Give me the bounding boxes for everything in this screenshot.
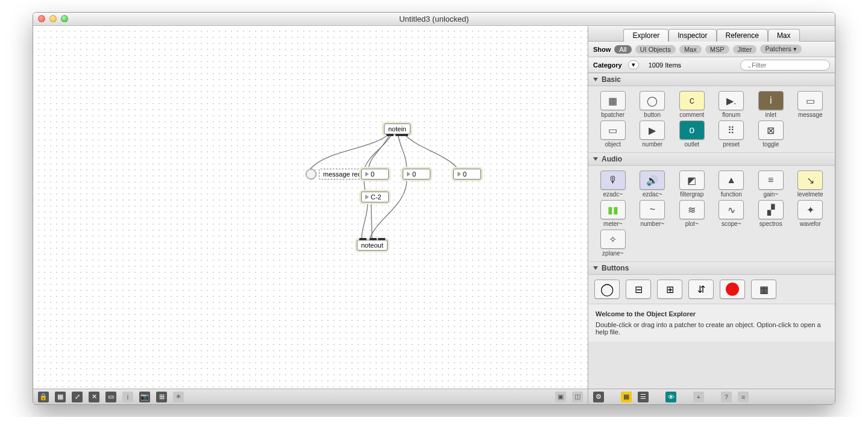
- palette-audio: 🎙ezadc~🔊ezdac~◩filtergrap▲function≡gain~…: [588, 166, 835, 261]
- help-icon[interactable]: ?: [721, 392, 732, 402]
- zoom-icon[interactable]: ⤢: [72, 392, 83, 402]
- tab-explorer[interactable]: Explorer: [623, 29, 668, 42]
- palette-label: spectros: [754, 220, 788, 227]
- palette-label: outlet: [675, 141, 709, 148]
- bang-button[interactable]: [306, 169, 316, 180]
- palette-item-flonum[interactable]: ▶.flonum: [713, 91, 750, 118]
- palette-item-wavefor[interactable]: ✦wavefor: [792, 200, 829, 227]
- button-item-led[interactable]: [720, 280, 745, 299]
- button-item-matrix[interactable]: ▦: [751, 280, 776, 299]
- section-audio[interactable]: Audio: [588, 152, 835, 166]
- gear-icon[interactable]: ⚙: [593, 392, 604, 402]
- palette-item-toggle[interactable]: ⊠toggle: [752, 120, 790, 148]
- menu-icon[interactable]: ≡: [738, 392, 749, 402]
- content-area: notein message received 0 0 0: [33, 26, 835, 404]
- section-buttons[interactable]: Buttons: [588, 261, 835, 275]
- number-box-1[interactable]: 0: [361, 169, 389, 180]
- tab-max[interactable]: Max: [768, 29, 800, 42]
- snapshot-icon[interactable]: 📷: [139, 392, 150, 402]
- section-title: Buttons: [602, 264, 629, 272]
- category-row: Category ▾ 1009 Items: [588, 57, 835, 73]
- minimize-window-button[interactable]: [49, 15, 57, 22]
- help-box: Welcome to the Object Explorer Double-cl…: [588, 304, 835, 342]
- palette-item-comment[interactable]: ccomment: [673, 91, 711, 118]
- new-object-icon[interactable]: ▦: [55, 392, 66, 402]
- grid-view-icon[interactable]: ▦: [621, 392, 632, 402]
- info-icon[interactable]: i: [122, 392, 133, 402]
- palette-item-button[interactable]: ◯button: [634, 91, 671, 118]
- palette-item-preset[interactable]: ⠿preset: [713, 120, 750, 148]
- light-icon[interactable]: ☀: [173, 392, 184, 402]
- palette-item-scopetilde[interactable]: ∿scope~: [713, 200, 750, 227]
- filter-msp[interactable]: MSP: [705, 45, 729, 54]
- note-value: C-2: [371, 193, 382, 201]
- presentation-icon[interactable]: ▭: [105, 392, 116, 402]
- palette-item-number[interactable]: ▶number: [634, 120, 671, 148]
- button-item-updown[interactable]: ⇵: [688, 280, 714, 299]
- filter-label: Show: [593, 46, 611, 53]
- list-view-icon[interactable]: ☰: [638, 392, 649, 402]
- palette-item-zplanetilde[interactable]: ✧zplane~: [594, 230, 632, 257]
- button-item-incdec2[interactable]: ⊞: [657, 280, 682, 299]
- palette-item-levelmete[interactable]: ↘levelmete: [792, 170, 829, 198]
- palette-label: preset: [714, 141, 748, 148]
- note-name-box[interactable]: C-2: [361, 192, 389, 202]
- button-item-incdec[interactable]: ⊟: [626, 280, 651, 299]
- palette-item-function[interactable]: ▲function: [713, 170, 750, 198]
- palette-item-inlet[interactable]: iinlet: [752, 91, 790, 118]
- sidebar: Explorer Inspector Reference Max Show Al…: [588, 26, 835, 404]
- palette-item-ezadctilde[interactable]: 🎙ezadc~: [594, 170, 632, 198]
- search-input[interactable]: [740, 60, 830, 70]
- filter-all[interactable]: All: [614, 45, 631, 54]
- comment-icon: c: [679, 91, 705, 110]
- preview-icon[interactable]: 👁: [665, 392, 676, 402]
- outlet-icon: o: [679, 120, 705, 140]
- patcher-canvas[interactable]: notein message received 0 0 0: [33, 26, 588, 389]
- number-box-3[interactable]: 0: [453, 169, 481, 180]
- object-noteout[interactable]: noteout: [357, 240, 388, 251]
- palette-label: toggle: [754, 141, 788, 148]
- palette-item-outlet[interactable]: ooutlet: [673, 120, 711, 148]
- tab-reference[interactable]: Reference: [717, 29, 768, 42]
- palette-item-ezdactilde[interactable]: 🔊ezdac~: [634, 170, 671, 198]
- palette-item-filtergrap[interactable]: ◩filtergrap: [673, 170, 711, 198]
- add-icon[interactable]: +: [693, 392, 704, 402]
- lock-icon[interactable]: 🔒: [38, 392, 49, 402]
- filter-jitter[interactable]: Jitter: [733, 45, 757, 54]
- button-item-circle[interactable]: ◯: [594, 280, 620, 299]
- palette-item-numbertilde[interactable]: ~number~: [634, 200, 671, 227]
- close-window-button[interactable]: [38, 15, 45, 22]
- close-box-icon[interactable]: ✕: [89, 392, 99, 402]
- object-icon: ▭: [600, 120, 626, 140]
- zoom-window-button[interactable]: [61, 15, 68, 22]
- filter-uiobjects[interactable]: UI Objects: [635, 45, 676, 54]
- palette-item-message[interactable]: ▭message: [792, 91, 829, 118]
- palette-item-gaintilde[interactable]: ≡gain~: [752, 170, 790, 198]
- filter-patchers[interactable]: Patchers ▾: [760, 45, 801, 54]
- palette-item-bpatcher[interactable]: ▦bpatcher: [594, 91, 632, 118]
- object-notein[interactable]: notein: [384, 124, 410, 134]
- number-box-2[interactable]: 0: [403, 169, 430, 180]
- help-title: Welcome to the Object Explorer: [596, 310, 828, 317]
- tab-inspector[interactable]: Inspector: [668, 29, 716, 42]
- section-basic[interactable]: Basic: [588, 73, 835, 86]
- category-dropdown[interactable]: ▾: [628, 60, 639, 69]
- disclosure-icon: [593, 157, 598, 161]
- view-split-icon[interactable]: ◫: [572, 392, 583, 402]
- palette-label: bpatcher: [596, 111, 630, 118]
- window-title: Untitled3 (unlocked): [399, 14, 469, 23]
- palette-item-plottilde[interactable]: ≋plot~: [673, 200, 711, 227]
- palette-item-metertilde[interactable]: ▮▮meter~: [594, 200, 632, 227]
- spectros-icon: ▞: [758, 200, 784, 219]
- palette-item-spectros[interactable]: ▞spectros: [752, 200, 790, 227]
- view-single-icon[interactable]: ▣: [555, 392, 566, 402]
- levelmete-icon: ↘: [797, 170, 823, 190]
- metertilde-icon: ▮▮: [600, 200, 626, 219]
- grid-icon[interactable]: ⊞: [156, 392, 167, 402]
- palette-item-object[interactable]: ▭object: [594, 120, 632, 148]
- filter-max[interactable]: Max: [679, 45, 702, 54]
- object-label: notein: [388, 125, 406, 133]
- palette-label: wavefor: [793, 220, 827, 227]
- bpatcher-icon: ▦: [600, 91, 626, 110]
- title-bar: Untitled3 (unlocked): [33, 13, 835, 26]
